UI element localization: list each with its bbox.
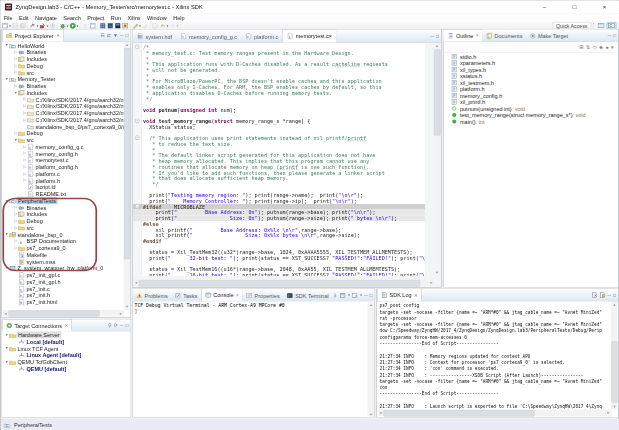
dropdown-arrow-icon[interactable]: ▾: [67, 24, 69, 28]
link-editor-icon[interactable]: ⇄: [107, 33, 111, 38]
tab-outline[interactable]: Outline×: [444, 29, 483, 42]
mark-button[interactable]: [142, 22, 150, 29]
new-editor-button[interactable]: [89, 22, 97, 29]
project-item-memory-config-h[interactable]: ▷hmemory_config.h: [3, 150, 125, 157]
dropdown-arrow-icon[interactable]: ▾: [177, 24, 179, 28]
build-button[interactable]: ▾: [29, 22, 39, 29]
project-item-ps7-init-html[interactable]: htps7_init.html: [3, 299, 125, 306]
save-all-button[interactable]: [19, 22, 27, 29]
fold-marker-icon[interactable]: −: [135, 45, 140, 50]
editor-tab-memorytest-c[interactable]: cmemorytest.c×: [282, 29, 336, 43]
back-button[interactable]: ▾: [159, 22, 169, 29]
view-menu-icon[interactable]: ▼: [113, 33, 118, 38]
project-item-lscript-ld[interactable]: lscript.ld: [3, 184, 125, 191]
run-button[interactable]: ▾: [69, 22, 79, 29]
project-item-ps7-init-gpl-h[interactable]: hps7_init_gpl.h: [3, 278, 125, 285]
refresh-connections-icon[interactable]: ⟳: [114, 323, 118, 328]
dropdown-arrow-icon[interactable]: ▾: [37, 24, 39, 28]
project-item-ps7-init-gpl-c[interactable]: cps7_init_gpl.c: [3, 272, 125, 279]
collapse-all-icon[interactable]: ⊟: [101, 33, 105, 38]
connection-item-linux-agent-default-[interactable]: Linux Agent [default]: [3, 352, 131, 359]
project-item-memory-tester[interactable]: ▾CMemory_Tester: [3, 76, 125, 83]
project-item-platform-c[interactable]: ▷cplatform.c: [3, 170, 125, 177]
new-connection-icon[interactable]: ⚲: [108, 323, 112, 328]
sdk-terminal-blue-button[interactable]: [107, 22, 115, 29]
close-icon[interactable]: ✕: [56, 33, 60, 38]
menu-navigate[interactable]: Navigate: [32, 15, 60, 21]
tab-target-connections[interactable]: Target Connections ✕: [2, 319, 72, 332]
maximize-view-icon[interactable]: □: [125, 323, 128, 328]
project-item-c-xilinx-sdk-2017-4-gnu-aarch32-nt-gcc-arm[interactable]: ▷C:/Xilinx/SDK/2017.4/gnu/aarch32/nt/gcc…: [3, 116, 125, 123]
connection-item-linux-tcf-agent[interactable]: ▾Linux TCF Agent: [3, 345, 131, 352]
minimize-view-icon[interactable]: ─: [120, 323, 124, 328]
project-item-platform-h[interactable]: ▷hplatform.h: [3, 177, 125, 184]
forward-button[interactable]: ▾: [169, 22, 179, 29]
menu-window[interactable]: Window: [144, 15, 170, 21]
fold-marker-icon[interactable]: −: [135, 119, 140, 124]
hide-static-icon[interactable]: ◈: [599, 45, 603, 50]
menu-file[interactable]: File: [1, 15, 16, 21]
console-vscrollbar[interactable]: ▲ ▼: [368, 302, 375, 418]
project-item-src[interactable]: ▾src: [3, 137, 125, 144]
project-explorer-vscrollbar[interactable]: ▲ ▼: [124, 42, 131, 310]
close-icon[interactable]: ×: [236, 292, 239, 297]
project-item-ps7-init-c[interactable]: cps7_init.c: [3, 285, 125, 292]
sdk-log-output[interactable]: ps7_post_configtargets -set -nocase -fil…: [378, 302, 607, 410]
project-item-binaries[interactable]: ▷Binaries: [3, 83, 125, 90]
fold-marker-icon[interactable]: −: [135, 204, 140, 209]
quick-access-button[interactable]: Quick Access: [552, 22, 591, 29]
dropdown-arrow-icon[interactable]: ▾: [348, 293, 350, 297]
project-item-c-xilinx-sdk-2017-4-gnu-aarch32-nt-gcc-arm[interactable]: ▷C:/Xilinx/SDK/2017.4/gnu/aarch32/nt/gcc…: [3, 103, 125, 110]
launch-button[interactable]: ▾: [39, 22, 49, 29]
close-icon[interactable]: ✕: [64, 323, 68, 328]
connection-item-hardware-server[interactable]: ▾Hardware Server: [3, 332, 131, 339]
project-item-memorytest-c[interactable]: ▷cmemorytest.c: [3, 157, 125, 164]
project-item-src[interactable]: ▷src: [3, 69, 125, 76]
console-output[interactable]: TCF Debug Virtual Terminal - ARM Cortex-…: [133, 302, 374, 417]
expand-all-icon[interactable]: ⊞: [579, 45, 583, 50]
debug-button[interactable]: ▾: [59, 22, 69, 29]
cut-button[interactable]: [82, 22, 90, 29]
outline-menu-icon[interactable]: ▾: [611, 45, 614, 50]
maximize-window-button[interactable]: □: [560, 1, 590, 14]
sort-icon[interactable]: ⇅: [586, 45, 590, 50]
project-item-includes[interactable]: ▷Includes: [3, 211, 125, 218]
menu-edit[interactable]: Edit: [16, 15, 32, 21]
menu-help[interactable]: Help: [170, 15, 188, 21]
connection-item-local-default-[interactable]: Local [default]: [3, 338, 131, 345]
tab-properties[interactable]: Properties: [243, 290, 284, 302]
project-item-standalone-bsp-0-ps7-cortexa9-0-include[interactable]: standalone_bsp_0/ps7_cortexa9_0/include: [3, 123, 125, 130]
minimize-view-icon[interactable]: ─: [607, 293, 611, 298]
tab-make-target[interactable]: Make Target: [526, 30, 572, 42]
scroll-lock-icon[interactable]: [599, 292, 605, 298]
dropdown-arrow-icon[interactable]: ▾: [360, 293, 362, 297]
project-item-c-xilinx-sdk-2017-4-gnu-aarch32-nt-gcc-arm[interactable]: ▷C:/Xilinx/SDK/2017.4/gnu/aarch32/nt/gcc…: [3, 96, 125, 103]
maximize-view-icon[interactable]: □: [125, 33, 128, 38]
tab-console[interactable]: Console×: [201, 289, 243, 302]
project-item-system-mss[interactable]: system.mss: [3, 258, 125, 265]
project-explorer-hscrollbar[interactable]: ◄ ►: [3, 310, 125, 317]
editor-tab-system-hdf[interactable]: system.hdf: [133, 30, 177, 43]
xsct-button[interactable]: [122, 22, 130, 29]
minimize-window-button[interactable]: –: [530, 1, 560, 14]
project-item-binaries[interactable]: ▷Binaries: [3, 49, 125, 56]
minimize-view-icon[interactable]: ─: [364, 293, 368, 298]
hide-fields-icon[interactable]: ◇: [593, 45, 597, 50]
maximize-view-icon[interactable]: □: [369, 293, 372, 298]
connection-item-qemu-tcfgdbclient[interactable]: ▾QEMU TcfGdbClient: [3, 359, 131, 366]
clear-log-icon[interactable]: [591, 292, 597, 298]
minimize-view-icon[interactable]: ─: [607, 33, 611, 38]
project-item-z-system-wrapper-hw-platform-0[interactable]: ▾Z_system_wrapper_hw_platform_0: [3, 265, 125, 272]
editor-vscrollbar[interactable]: ▲ ▼: [434, 43, 441, 276]
open-console-icon[interactable]: [352, 292, 358, 298]
sdk-log-hscrollbar[interactable]: ◄ ►: [378, 410, 612, 417]
tab-sdk-terminal[interactable]: SDK Terminal: [283, 290, 332, 302]
pin-console-icon[interactable]: [332, 292, 338, 298]
project-item-bsp-documentation[interactable]: ▷iBSP Documentation: [3, 238, 125, 245]
project-item-ps7-cortexa9-0[interactable]: ▷ps7_cortexa9_0: [3, 245, 125, 252]
dump-button[interactable]: [114, 22, 122, 29]
editor-hscrollbar[interactable]: ◄ ►: [133, 280, 435, 287]
project-item-includes[interactable]: ▷Includes: [3, 56, 125, 63]
close-window-button[interactable]: ×: [590, 1, 619, 14]
dropdown-arrow-icon[interactable]: ▾: [77, 24, 79, 28]
